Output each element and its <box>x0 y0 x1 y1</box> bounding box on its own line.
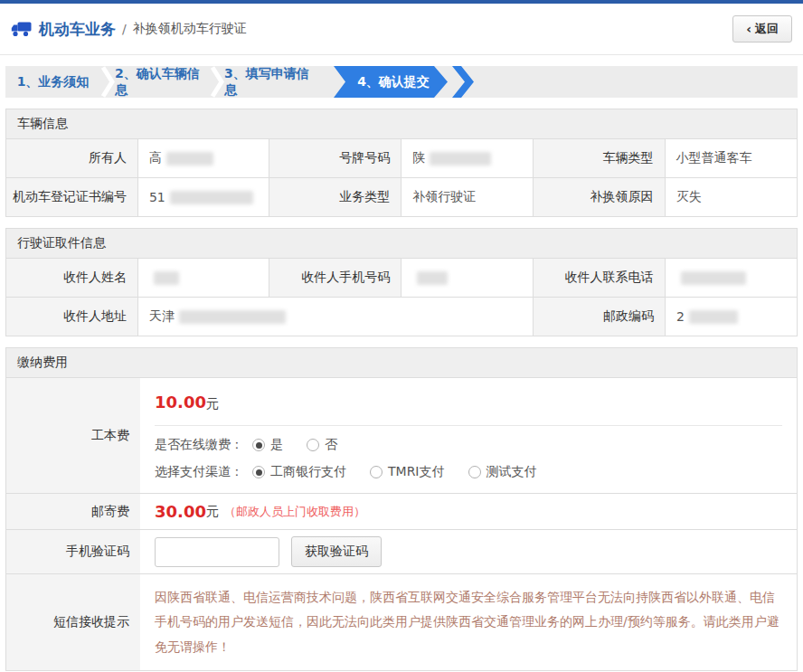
recipient-address-value: 天津 <box>138 298 534 336</box>
radio-option-online-no[interactable]: 否 <box>307 437 337 453</box>
table-row: 收件人地址 天津 邮政编码 2 <box>6 297 797 336</box>
table-row: 机动车登记证书编号 51 业务类型 补领行驶证 补换领原因 灭失 <box>6 177 797 216</box>
radio-channel-test-label: 测试支付 <box>487 464 537 480</box>
truck-icon <box>11 22 32 37</box>
production-fee-row: 工本费 10.00元 是否在线缴费： 是 否 <box>6 378 797 493</box>
redacted-value <box>681 271 746 285</box>
sms-notice-label: 短信接收提示 <box>6 574 140 670</box>
radio-option-online-yes[interactable]: 是 <box>252 437 283 453</box>
production-fee-label: 工本费 <box>6 378 140 493</box>
step-tab-4-active[interactable]: 4、确认提交 <box>334 66 448 98</box>
replace-reason-value: 灭失 <box>666 178 797 216</box>
redacted-value <box>166 152 213 166</box>
business-type-value: 补领行驶证 <box>402 178 533 216</box>
step-separator-chevron-icon <box>210 66 224 98</box>
recipient-phone-label: 收件人联系电话 <box>534 259 666 297</box>
redacted-value <box>179 310 286 324</box>
page-subtitle: 补换领机动车行驶证 <box>133 21 247 37</box>
postage-fee-unit: 元 <box>206 504 219 520</box>
back-button-label: 返回 <box>755 21 779 37</box>
sms-code-input[interactable] <box>155 537 279 567</box>
fees-table: 工本费 10.00元 是否在线缴费： 是 否 <box>5 378 798 671</box>
active-step-arrow-accent <box>452 66 474 98</box>
page-title: 机动车业务 <box>39 19 116 40</box>
registration-cert-value: 51 <box>138 178 269 216</box>
pickup-section-title: 行驶证取件信息 <box>5 228 798 259</box>
radio-option-channel-tmri[interactable]: TMRI支付 <box>370 464 445 480</box>
redacted-value <box>154 271 179 285</box>
page-header: 机动车业务 / 补换领机动车行驶证 ‹ 返回 <box>0 4 803 55</box>
owner-value: 高 <box>138 139 269 177</box>
radio-online-yes-label: 是 <box>270 437 283 453</box>
postage-fee-amount: 30.00 <box>155 502 206 521</box>
radio-option-channel-icbc[interactable]: 工商银行支付 <box>252 464 346 480</box>
step-separator-chevron-icon <box>100 66 115 98</box>
radio-unselected-icon[interactable] <box>307 439 319 451</box>
pay-channel-option-line: 选择支付渠道： 工商银行支付 TMRI支付 测试支付 <box>155 464 782 480</box>
sms-code-row: 手机验证码 获取验证码 <box>6 529 797 573</box>
vehicle-type-value: 小型普通客车 <box>666 139 797 177</box>
redacted-value <box>689 310 738 324</box>
divider <box>155 425 782 426</box>
fees-section-title: 缴纳费用 <box>5 347 798 378</box>
table-row: 所有人 高 号牌号码 陕 车辆类型 小型普通客车 <box>6 139 797 177</box>
chevron-left-icon: ‹ <box>746 23 751 35</box>
radio-option-channel-test[interactable]: 测试支付 <box>468 464 537 480</box>
step-tab-1[interactable]: 1、业务须知 <box>5 66 100 98</box>
recipient-mobile-value <box>402 259 533 297</box>
step-tab-3[interactable]: 3、填写申请信息 <box>224 66 319 98</box>
postage-fee-label: 邮寄费 <box>6 494 140 529</box>
back-button[interactable]: ‹ 返回 <box>732 15 792 43</box>
step-wizard: 1、业务须知 2、确认车辆信息 3、填写申请信息 4、确认提交 <box>5 66 798 98</box>
table-row: 收件人姓名 收件人手机号码 收件人联系电话 <box>6 259 797 297</box>
postal-code-value: 2 <box>666 298 797 336</box>
redacted-value <box>170 191 253 204</box>
plate-number-label: 号牌号码 <box>269 139 402 177</box>
radio-unselected-icon[interactable] <box>370 466 383 478</box>
pickup-info-table: 收件人姓名 收件人手机号码 收件人联系电话 收件人地址 天津 邮政编码 2 <box>5 259 798 336</box>
pickup-info-section: 行驶证取件信息 收件人姓名 收件人手机号码 收件人联系电话 收件人地址 天津 邮… <box>5 228 798 336</box>
production-fee-content: 10.00元 是否在线缴费： 是 否 选择支 <box>140 378 797 493</box>
owner-label: 所有人 <box>6 139 138 177</box>
production-fee-unit: 元 <box>206 396 219 411</box>
recipient-name-label: 收件人姓名 <box>6 259 138 297</box>
replace-reason-label: 补换领原因 <box>534 178 666 216</box>
redacted-value <box>417 271 448 285</box>
radio-selected-icon[interactable] <box>252 466 265 478</box>
postage-fee-note: （邮政人员上门收取费用） <box>224 504 365 520</box>
postage-fee-row: 邮寄费 30.00元 （邮政人员上门收取费用） <box>6 493 797 529</box>
get-sms-code-button[interactable]: 获取验证码 <box>291 536 382 567</box>
production-fee-amount: 10.00 <box>155 393 206 412</box>
breadcrumb-separator: / <box>122 22 127 36</box>
online-pay-option-line: 是否在线缴费： 是 否 <box>155 437 782 453</box>
sms-code-label: 手机验证码 <box>6 530 140 573</box>
vehicle-type-label: 车辆类型 <box>534 139 666 177</box>
radio-channel-tmri-label: TMRI支付 <box>388 464 445 480</box>
sms-notice-row: 短信接收提示 因陕西省联通、电信运营商技术问题，陕西省互联网交通安全综合服务管理… <box>6 573 797 670</box>
radio-channel-icbc-label: 工商银行支付 <box>270 464 346 480</box>
pay-channel-question: 选择支付渠道： <box>155 464 243 480</box>
recipient-mobile-label: 收件人手机号码 <box>269 259 402 297</box>
recipient-address-label: 收件人地址 <box>6 298 138 336</box>
step-tab-2[interactable]: 2、确认车辆信息 <box>115 66 210 98</box>
vehicle-section-title: 车辆信息 <box>5 109 798 139</box>
vehicle-info-table: 所有人 高 号牌号码 陕 车辆类型 小型普通客车 机动车登记证书编号 51 业务… <box>5 139 798 217</box>
postage-fee-content: 30.00元 （邮政人员上门收取费用） <box>140 494 797 529</box>
recipient-name-value <box>138 259 269 297</box>
sms-notice-text: 因陕西省联通、电信运营商技术问题，陕西省互联网交通安全综合服务管理平台无法向持陕… <box>140 574 797 670</box>
business-type-label: 业务类型 <box>269 178 402 216</box>
online-pay-question: 是否在线缴费： <box>155 437 243 453</box>
plate-number-value: 陕 <box>402 139 533 177</box>
radio-selected-icon[interactable] <box>252 439 265 451</box>
redacted-value <box>430 152 491 166</box>
fees-section: 缴纳费用 工本费 10.00元 是否在线缴费： 是 否 <box>5 347 798 671</box>
radio-unselected-icon[interactable] <box>468 466 481 478</box>
radio-online-no-label: 否 <box>325 437 337 453</box>
postal-code-label: 邮政编码 <box>534 298 666 336</box>
vehicle-info-section: 车辆信息 所有人 高 号牌号码 陕 车辆类型 小型普通客车 机动车登记证书编号 … <box>5 109 798 217</box>
sms-code-content: 获取验证码 <box>140 530 797 573</box>
registration-cert-label: 机动车登记证书编号 <box>6 178 138 216</box>
recipient-phone-value <box>666 259 797 297</box>
